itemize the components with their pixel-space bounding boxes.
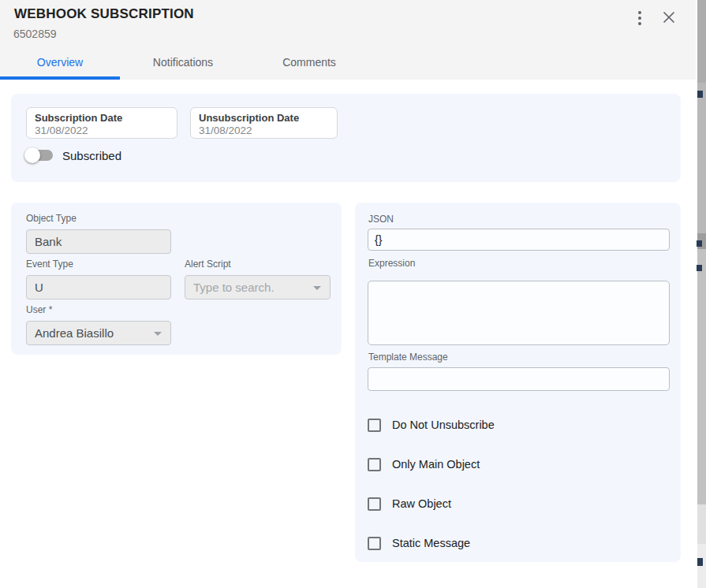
template-message-label: Template Message <box>368 352 448 363</box>
alert-script-placeholder: Type to search. <box>193 281 275 294</box>
chevron-down-icon <box>313 286 321 290</box>
checkbox-icon <box>368 537 381 550</box>
object-type-label: Object Type <box>26 213 77 224</box>
json-input[interactable] <box>368 229 670 251</box>
tab-bar: Overview Notifications Comments <box>0 47 696 80</box>
details-panel: Object Type Event Type Alert Script Type… <box>11 203 342 355</box>
background-text-fragment <box>697 91 703 98</box>
background-text-fragment <box>697 240 702 247</box>
payload-panel: JSON Expression Template Message Do Not … <box>355 203 681 562</box>
kebab-menu-icon[interactable] <box>633 10 647 26</box>
background-text-fragment <box>697 558 703 566</box>
checkbox-label: Do Not Unsubscribe <box>392 419 495 431</box>
user-label: User * <box>26 304 52 315</box>
template-message-input[interactable] <box>368 367 670 391</box>
close-icon[interactable] <box>661 9 677 25</box>
tab-notifications[interactable]: Notifications <box>120 47 246 76</box>
tab-overview[interactable]: Overview <box>0 47 120 76</box>
background-text-fragment <box>697 265 702 271</box>
checkbox-raw-object[interactable]: Raw Object <box>368 496 451 512</box>
background-page-strip <box>696 0 706 588</box>
unsubscription-date-value: 31/08/2022 <box>199 124 329 137</box>
expression-textarea[interactable] <box>368 281 670 345</box>
checkbox-icon <box>368 497 381 511</box>
subscribed-toggle[interactable] <box>24 147 56 163</box>
chevron-down-icon <box>154 332 162 336</box>
tab-comments[interactable]: Comments <box>246 47 372 76</box>
alert-script-select[interactable]: Type to search. <box>185 275 331 300</box>
checkbox-static-message[interactable]: Static Message <box>368 535 470 551</box>
checkbox-label: Only Main Object <box>392 458 480 471</box>
json-label: JSON <box>368 214 394 225</box>
subscription-panel: Subscription Date 31/08/2022 Unsubscript… <box>11 94 681 182</box>
record-id: 6502859 <box>13 28 57 40</box>
webhook-subscription-modal: WEBHOOK SUBSCRIPTION 6502859 Overview No… <box>0 0 706 588</box>
unsubscription-date-label: Unsubscription Date <box>199 112 329 124</box>
checkbox-label: Raw Object <box>392 497 451 510</box>
unsubscription-date-field[interactable]: Unsubscription Date 31/08/2022 <box>190 107 338 139</box>
active-tab-indicator <box>0 76 120 80</box>
page-title: WEBHOOK SUBSCRIPTION <box>14 6 194 22</box>
checkbox-icon <box>368 419 381 432</box>
user-value: Andrea Biasillo <box>35 326 114 340</box>
event-type-field[interactable] <box>26 275 171 300</box>
user-select[interactable]: Andrea Biasillo <box>26 321 171 345</box>
event-type-label: Event Type <box>26 259 73 270</box>
modal-header: WEBHOOK SUBSCRIPTION 6502859 Overview No… <box>0 0 696 80</box>
alert-script-label: Alert Script <box>185 259 231 270</box>
checkbox-only-main-object[interactable]: Only Main Object <box>368 456 480 472</box>
subscribed-toggle-label: Subscribed <box>62 149 121 162</box>
subscription-date-value: 31/08/2022 <box>35 124 169 137</box>
object-type-field[interactable] <box>26 229 171 254</box>
checkbox-icon <box>368 458 381 471</box>
subscription-date-label: Subscription Date <box>35 112 169 124</box>
checkbox-do-not-unsubscribe[interactable]: Do Not Unsubscribe <box>368 417 495 433</box>
subscription-date-field[interactable]: Subscription Date 31/08/2022 <box>26 107 177 139</box>
checkbox-label: Static Message <box>392 537 470 549</box>
expression-label: Expression <box>368 258 415 269</box>
